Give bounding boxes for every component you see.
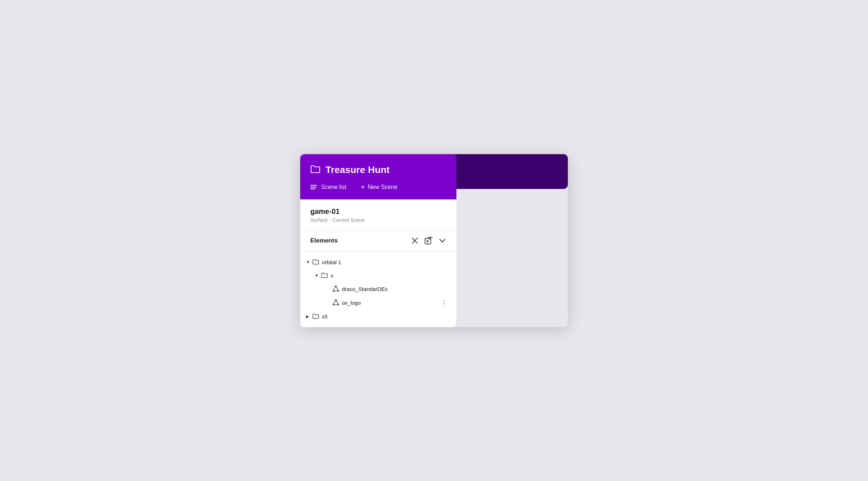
new-scene-button[interactable]: + New Scene: [361, 183, 397, 191]
tree-list: ▼ orbital 1 ▼ x: [300, 251, 456, 327]
folder-icon: [312, 313, 319, 320]
add-element-button[interactable]: [424, 236, 433, 245]
tree-item[interactable]: draco_StandarDEs: [300, 282, 456, 296]
tree-item[interactable]: ▼ orbital 1: [300, 256, 456, 269]
folder-icon: [312, 259, 319, 266]
scene-list-label: Scene list: [321, 184, 346, 190]
toolbar-icons: [411, 236, 446, 245]
chevron-down-button[interactable]: [438, 238, 446, 244]
close-icon-button[interactable]: [411, 237, 419, 245]
main-panel: Treasure Hunt Scene list + New Scene: [300, 154, 456, 327]
mesh-icon: [333, 299, 339, 307]
header: Treasure Hunt Scene list + New Scene: [300, 154, 456, 199]
tree-item[interactable]: ox_logo ⋮ Edit name: [300, 296, 456, 310]
tree-item[interactable]: ▶ x5: [300, 310, 456, 327]
tree-item-label: x: [331, 273, 449, 279]
scene-info: game-01 Surface - Current Scene: [300, 199, 456, 231]
scene-subtitle: Surface - Current Scene: [310, 217, 446, 223]
expand-arrow: ▼: [306, 260, 310, 264]
project-folder-icon: [310, 164, 320, 176]
tree-item-label: x5: [322, 313, 449, 320]
scene-name: game-01: [310, 207, 446, 216]
elements-toolbar: Elements: [300, 231, 456, 251]
tree-item-label: orbital 1: [322, 259, 449, 265]
new-scene-label: New Scene: [368, 184, 397, 190]
tree-item-label: draco_StandarDEs: [342, 286, 449, 292]
header-bottom: Scene list + New Scene: [300, 183, 456, 199]
scene-list-button[interactable]: Scene list: [310, 184, 346, 190]
expand-arrow: ▼: [315, 273, 319, 278]
elements-label: Elements: [310, 237, 411, 244]
tree-item[interactable]: ▼ x: [300, 269, 456, 282]
more-options-button[interactable]: ⋮: [439, 300, 449, 306]
expand-arrow: ▶: [306, 314, 310, 319]
folder-icon: [321, 272, 328, 279]
plus-icon: +: [361, 183, 365, 191]
app-container: ‹ Back to projects Treasure Hunt: [300, 154, 568, 327]
header-top: Treasure Hunt: [300, 154, 456, 183]
mesh-icon: [333, 286, 339, 293]
project-title: Treasure Hunt: [326, 164, 390, 176]
tree-item-label: ox_logo: [342, 300, 439, 306]
hamburger-icon: [310, 185, 317, 189]
